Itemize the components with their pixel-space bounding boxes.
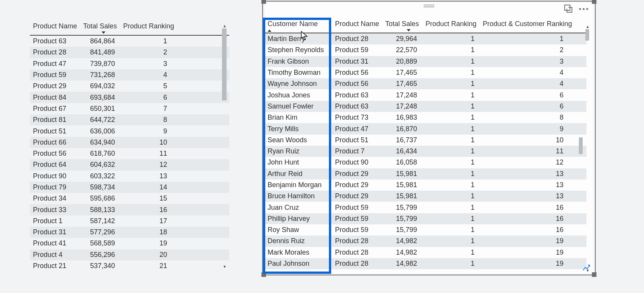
table-row[interactable]: Product 41568,58919 — [30, 238, 229, 249]
table-row[interactable]: Stephen ReynoldsProduct 5922,57012 — [264, 44, 586, 56]
col-header-product-ranking[interactable]: Product Ranking — [422, 18, 480, 30]
table-row[interactable]: Product 56618,76011 — [30, 148, 229, 159]
cell-customer-name: Benjamin Morgan — [264, 181, 332, 189]
table-row[interactable]: Product 28841,4892 — [30, 47, 229, 58]
table-row[interactable]: Product 33588,13316 — [30, 204, 229, 215]
table-row[interactable]: Terry MillsProduct 4716,87019 — [264, 123, 586, 134]
col-header-total-sales[interactable]: Total Sales — [80, 20, 120, 33]
cell-product-customer-rank: 19 — [478, 260, 570, 268]
table-row[interactable]: Product 51636,0069 — [30, 125, 229, 137]
table-row[interactable]: Product 90603,32213 — [30, 171, 229, 182]
table-row[interactable]: Product 67650,3017 — [30, 103, 229, 114]
table-row[interactable]: Product 29694,0325 — [30, 81, 229, 92]
cell-total-sales: 14,982 — [382, 260, 420, 268]
cell-total-sales: 14,982 — [382, 237, 420, 245]
cell-product-customer-rank: 1 — [478, 35, 570, 43]
table-row[interactable]: Product 63864,8641 — [30, 36, 229, 47]
table-row[interactable]: Product 34595,68615 — [30, 193, 229, 204]
scroll-up-icon[interactable]: ▴ — [222, 23, 227, 28]
table-row[interactable]: Product 4556,29620 — [30, 249, 229, 260]
table-row[interactable]: Paul JohnsonProduct 2814,982119 — [264, 258, 586, 269]
scroll-thumb[interactable] — [222, 28, 227, 100]
cell-product-rank: 1 — [420, 215, 478, 223]
cell-customer-name: Ryan Ruiz — [264, 147, 332, 155]
cell-product-customer-rank: 16 — [478, 226, 570, 234]
cell-total-sales: 595,686 — [80, 194, 118, 202]
cell-product-customer-rank: 6 — [478, 102, 570, 110]
cell-customer-name: Stephen Reynolds — [264, 46, 332, 54]
cell-total-sales: 17,465 — [382, 69, 420, 77]
cell-total-sales: 16,058 — [382, 158, 420, 166]
drag-grip-icon[interactable] — [424, 5, 434, 7]
right-scrollbar[interactable]: ▴ ▾ — [585, 24, 590, 272]
cell-customer-name: Timothy Bowman — [264, 69, 332, 77]
table-row[interactable]: Benjamin MorganProduct 2915,981113 — [264, 179, 586, 191]
cell-product-customer-rank: 10 — [478, 136, 570, 144]
table-row[interactable]: Product 31577,29618 — [30, 227, 229, 238]
scroll-thumb[interactable] — [585, 29, 589, 41]
resize-handle-icon[interactable] — [592, 0, 596, 4]
cell-product-rank: 1 — [420, 181, 478, 189]
cell-product-customer-rank: 16 — [478, 215, 570, 223]
right-scroll-thumb-outer[interactable] — [579, 137, 583, 154]
resize-handle-icon[interactable] — [261, 0, 266, 4]
cell-product-name: Product 56 — [332, 69, 382, 77]
resize-handle-icon[interactable] — [592, 272, 596, 277]
table-row[interactable]: Brian KimProduct 7316,98318 — [264, 112, 586, 123]
col-header-product-name[interactable]: Product Name — [332, 18, 382, 30]
focus-mode-icon[interactable] — [564, 5, 573, 13]
table-row[interactable]: Product 66634,94010 — [30, 137, 229, 148]
cell-product-rank: 1 — [420, 170, 478, 178]
col-header-product-ranking[interactable]: Product Ranking — [120, 20, 179, 33]
table-row[interactable]: Roy ShawProduct 5915,799116 — [264, 224, 586, 235]
table-row[interactable]: Samuel FowlerProduct 6317,24816 — [264, 101, 586, 112]
cell-product-name: Product 29 — [332, 192, 382, 200]
table-row[interactable]: Product 64604,63212 — [30, 159, 229, 170]
col-header-customer-name[interactable]: Customer Name — [264, 18, 332, 30]
cell-total-sales: 15,981 — [382, 192, 420, 200]
cell-product-rank: 20 — [118, 251, 172, 259]
customer-product-ranking-table[interactable]: ••• Customer Name Product Name Total Sal… — [264, 2, 593, 274]
table-row[interactable]: Product 81644,7228 — [30, 114, 229, 125]
product-ranking-table[interactable]: Product Name Total Sales Product Ranking… — [30, 20, 229, 273]
left-scrollbar[interactable]: ▴ ▾ — [222, 23, 228, 268]
table-row[interactable]: Bruce HamiltonProduct 2915,981113 — [264, 191, 586, 202]
table-row[interactable]: Phillip HarveyProduct 5915,799116 — [264, 213, 586, 224]
cell-total-sales: 14,982 — [382, 249, 420, 257]
table-row[interactable]: Frank GibsonProduct 3120,88913 — [264, 56, 586, 67]
cell-total-sales: 15,799 — [382, 204, 420, 212]
table-row[interactable]: Timothy BowmanProduct 5617,46514 — [264, 67, 586, 78]
table-row[interactable]: Product 47739,8703 — [30, 58, 229, 69]
table-row[interactable]: Mark MoralesProduct 2814,982119 — [264, 247, 586, 258]
table-row[interactable]: Product 1587,14217 — [30, 216, 229, 227]
scroll-up-icon[interactable]: ▴ — [585, 24, 590, 28]
table-row[interactable]: John HuntProduct 9016,058112 — [264, 157, 586, 168]
table-row[interactable]: Juan CruzProduct 5915,799116 — [264, 202, 586, 213]
cell-product-name: Product 34 — [30, 194, 80, 202]
table-row[interactable]: Ryan RuizProduct 716,434111 — [264, 146, 586, 157]
table-row[interactable]: Product 59731,2684 — [30, 69, 229, 81]
sort-asc-icon — [268, 30, 271, 32]
cell-customer-name: John Hunt — [264, 158, 332, 166]
table-row[interactable]: Product 21537,34021 — [30, 260, 229, 272]
table-row[interactable]: Martin BerryProduct 2829,96411 — [264, 33, 586, 44]
cell-product-name: Product 84 — [30, 94, 80, 102]
more-options-icon[interactable]: ••• — [579, 5, 590, 13]
cell-product-name: Product 63 — [332, 102, 382, 110]
col-header-total-sales[interactable]: Total Sales — [382, 18, 422, 30]
table-row[interactable]: Dennis RuizProduct 2814,982119 — [264, 235, 586, 247]
cell-product-rank: 11 — [118, 150, 172, 158]
table-row[interactable]: Product 84693,6846 — [30, 92, 229, 103]
table-row[interactable]: Sean WoodsProduct 5116,737110 — [264, 135, 586, 146]
table-row[interactable]: Wayne JohnsonProduct 5617,46514 — [264, 78, 586, 89]
col-header-product-customer-ranking[interactable]: Product & Customer Ranking — [480, 18, 578, 30]
scroll-down-icon[interactable]: ▾ — [222, 264, 227, 268]
table-row[interactable]: Product 79598,73414 — [30, 182, 229, 193]
cell-product-customer-rank: 13 — [478, 181, 570, 189]
table-row[interactable]: Joshua JonesProduct 6317,24816 — [264, 89, 586, 100]
col-header-product-name[interactable]: Product Name — [30, 20, 80, 33]
table-row[interactable]: Arthur ReidProduct 2915,981113 — [264, 168, 586, 179]
drill-icon[interactable] — [582, 263, 590, 272]
cell-total-sales: 731,268 — [80, 71, 118, 79]
cell-total-sales: 650,301 — [80, 105, 118, 113]
